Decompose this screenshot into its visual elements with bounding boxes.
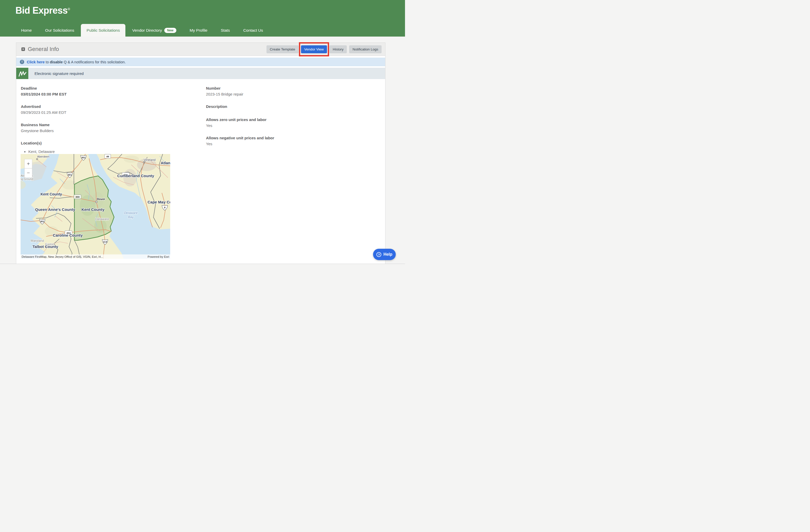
description-label: Description (206, 103, 360, 110)
map-label-cape-may-county: Cape May County (147, 200, 170, 204)
number-value: 2023-15 Bridge repair (206, 91, 360, 97)
vendor-view-wrap: Vendor View (301, 45, 327, 53)
field-locations: Location(s) Kent, Delaware (21, 140, 175, 155)
field-advertised: Advertised 09/29/2023 01:25 AM EDT (21, 103, 175, 116)
map-label-kent-county-md: Kent County (40, 192, 62, 196)
brand-logo[interactable]: Bid Express® (15, 5, 70, 16)
brand-logo-text: Bid Express (15, 5, 68, 16)
svg-text:301: 301 (40, 220, 45, 223)
map-attribution-powered-by: Powered by Esri (147, 255, 169, 258)
nav-item-my-profile[interactable]: My Profile (183, 24, 214, 36)
zero-unit-prices-value: Yes (206, 123, 360, 129)
map-label-proving-ground-2: Proving Ground (21, 177, 33, 180)
negative-unit-prices-label: Allows negative unit prices and labor (206, 135, 360, 141)
registered-mark: ® (68, 7, 70, 11)
svg-text:300: 300 (76, 195, 80, 198)
signature-icon (16, 68, 28, 79)
location-map[interactable]: 301 301 301 113 9 (21, 154, 170, 259)
map-label-easton: Easton (45, 243, 54, 246)
main-nav: Home Our Solicitations Public Solicitati… (14, 24, 270, 36)
signature-text: Electronic signature required (34, 71, 84, 76)
svg-text:9: 9 (164, 206, 165, 209)
qa-notification-banner: ! Click here to disable Q & A notificati… (16, 58, 385, 66)
zoom-in-icon: + (27, 161, 30, 166)
map-label-atlantic-county: Atlantic County (161, 161, 170, 165)
details-left-column: Deadline 03/01/2024 03:00 PM EST Adverti… (21, 85, 175, 161)
map-zoom-control: + − (25, 159, 32, 178)
map-label-dover: Dover (97, 197, 105, 200)
page: Bid Express® Home Our Solicitations Publ… (0, 0, 405, 266)
map-label-cumberland-county: Cumberland County (117, 174, 154, 178)
locations-label: Location(s) (21, 140, 175, 146)
business-name-label: Business Name (21, 122, 175, 128)
nav-item-stats[interactable]: Stats (214, 24, 237, 36)
zero-unit-prices-label: Allows zero unit prices and labor (206, 117, 360, 123)
route-box-49: 49 (104, 154, 111, 158)
field-business-name: Business Name Greystone Builders (21, 122, 175, 134)
field-negative-unit-prices: Allows negative unit prices and labor Ye… (206, 135, 360, 147)
deadline-value: 03/01/2024 03:00 PM EST (21, 91, 175, 97)
deadline-label: Deadline (21, 85, 175, 91)
svg-text:301: 301 (81, 156, 86, 159)
notice-middle-text: to (45, 60, 50, 64)
svg-text:301: 301 (68, 173, 72, 176)
field-number: Number 2023-15 Bridge repair (206, 85, 360, 97)
map-label-caroline-county: Caroline County (53, 233, 83, 238)
map-label-queen-annes-county: Queen Anne's County (35, 207, 75, 212)
dover-dot (96, 201, 97, 203)
svg-text:113: 113 (103, 240, 107, 243)
help-icon: ? (376, 252, 381, 257)
app-header: Bid Express® Home Our Solicitations Publ… (0, 0, 405, 36)
details-right-column: Number 2023-15 Bridge repair Description… (206, 85, 360, 153)
map-label-delaware-bay-2: Bay (128, 215, 134, 219)
notification-logs-button[interactable]: Notification Logs (349, 45, 382, 53)
advertised-label: Advertised (21, 103, 175, 110)
field-description: Description (206, 103, 360, 110)
svg-text:49: 49 (106, 155, 109, 158)
nav-item-vendor-directory-label: Vendor Directory (132, 28, 162, 33)
click-here-link[interactable]: Click here (27, 60, 45, 64)
nav-item-vendor-directory[interactable]: Vendor Directory New (125, 24, 183, 36)
page-title: General Info (28, 46, 59, 52)
nav-item-home[interactable]: Home (14, 24, 38, 36)
field-zero-unit-prices: Allows zero unit prices and labor Yes (206, 117, 360, 129)
notice-disable-text: disable (50, 60, 63, 64)
map-label-maryland: Maryland (31, 239, 44, 243)
electronic-signature-banner: Electronic signature required (16, 68, 385, 79)
map-label-vineland: Vineland (144, 158, 156, 162)
general-info-panel: General Info Create Template Vendor View… (16, 43, 386, 264)
header-buttons: Create Template Vendor View History Noti… (266, 45, 382, 53)
negative-unit-prices-value: Yes (206, 141, 360, 147)
map-label-delaware-state: Delaware (96, 217, 109, 221)
vendor-view-button[interactable]: Vendor View (301, 45, 327, 53)
nav-item-public-solicitations[interactable]: Public Solicitations (81, 24, 125, 36)
map-label-delaware-bay-1: Delaware (124, 211, 138, 215)
map-attribution: Delaware FirstMap, New Jersey Office of … (21, 254, 170, 259)
route-box-300: 300 (74, 195, 81, 199)
collapse-toggle-icon[interactable] (21, 47, 25, 51)
notice-rest-text: Q & A notifications for this solicitatio… (63, 60, 126, 64)
map-label-aberdeen: Aberdeen (37, 155, 49, 158)
vineland-dot (143, 161, 144, 163)
field-deadline: Deadline 03/01/2024 03:00 PM EST (21, 85, 175, 97)
help-button[interactable]: ? Help (373, 249, 396, 260)
business-name-value: Greystone Builders (21, 128, 175, 134)
new-badge: New (164, 28, 176, 33)
info-icon: ! (20, 60, 24, 64)
nav-item-our-solicitations[interactable]: Our Solicitations (38, 24, 81, 36)
create-template-button[interactable]: Create Template (266, 45, 299, 53)
zoom-out-icon: − (27, 170, 30, 176)
aberdeen-dot (36, 158, 37, 160)
number-label: Number (206, 85, 360, 91)
nav-item-contact-us[interactable]: Contact Us (237, 24, 270, 36)
map-label-kent-county-de: Kent County (81, 207, 104, 212)
panel-header: General Info Create Template Vendor View… (16, 43, 385, 56)
advertised-value: 09/29/2023 01:25 AM EDT (21, 110, 175, 116)
help-label: Help (383, 252, 392, 257)
map-attribution-sources: Delaware FirstMap, New Jersey Office of … (22, 255, 103, 258)
history-button[interactable]: History (329, 45, 347, 53)
